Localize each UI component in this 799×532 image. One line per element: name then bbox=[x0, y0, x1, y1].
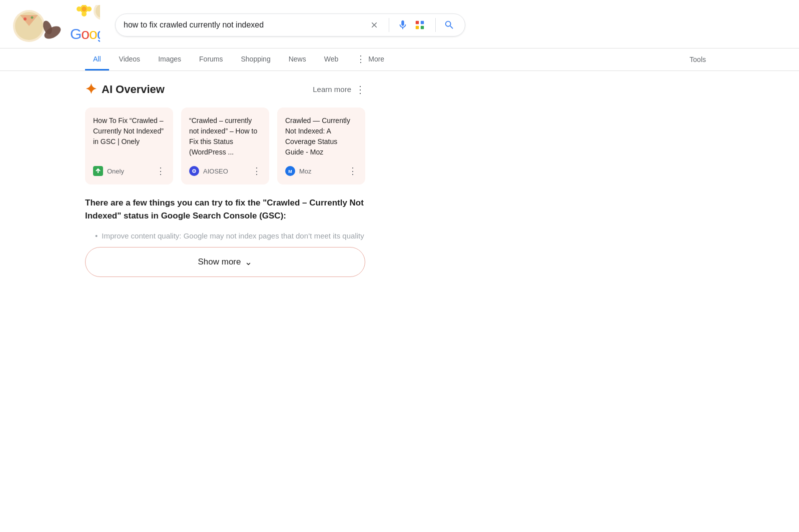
svg-point-12 bbox=[82, 6, 87, 12]
svg-rect-15 bbox=[416, 21, 419, 24]
ai-overview-section: ✦ AI Overview Learn more ⋮ How To Fix “C… bbox=[85, 81, 365, 277]
svg-point-10 bbox=[77, 6, 82, 12]
ai-overview-title: ✦ AI Overview bbox=[85, 81, 165, 98]
close-icon bbox=[370, 20, 379, 30]
tab-images[interactable]: Images bbox=[150, 49, 189, 70]
card-footer-3: M Moz ⋮ bbox=[285, 166, 357, 176]
card-options-icon-3[interactable]: ⋮ bbox=[348, 166, 357, 176]
svg-rect-17 bbox=[416, 26, 419, 29]
svg-rect-18 bbox=[421, 26, 424, 29]
onely-favicon-icon bbox=[94, 167, 102, 175]
source-card-1[interactable]: How To Fix “Crawled – Currently Not Inde… bbox=[85, 108, 173, 184]
card-footer-2: AIOSEO ⋮ bbox=[189, 166, 261, 176]
card-options-icon-1[interactable]: ⋮ bbox=[156, 166, 165, 176]
logo-o1: o bbox=[81, 26, 89, 42]
source-cards: How To Fix “Crawled – Currently Not Inde… bbox=[85, 108, 365, 184]
logo-g2: g bbox=[97, 26, 100, 42]
tab-more[interactable]: ⋮ More bbox=[348, 48, 392, 71]
aioseo-favicon-icon bbox=[190, 167, 198, 175]
moz-favicon-icon: M bbox=[286, 167, 294, 175]
tab-forums[interactable]: Forums bbox=[191, 49, 231, 70]
search-bar-container bbox=[115, 14, 465, 36]
svg-rect-16 bbox=[421, 21, 424, 24]
svg-point-9 bbox=[82, 12, 87, 16]
header: Google bbox=[0, 0, 799, 48]
source-card-2[interactable]: “Crawled – currently not indexed” – How … bbox=[181, 108, 269, 184]
ai-bullet-1: Improve content quality: Google may not … bbox=[95, 230, 365, 242]
aioseo-favicon bbox=[189, 166, 199, 176]
search-icon bbox=[444, 20, 455, 30]
nav-tabs: All Videos Images Forums Shopping News W… bbox=[0, 48, 799, 71]
card-site-1: Onely bbox=[93, 166, 124, 176]
search-input[interactable] bbox=[124, 20, 368, 30]
main-content: ✦ AI Overview Learn more ⋮ How To Fix “C… bbox=[0, 71, 450, 297]
card-site-2: AIOSEO bbox=[189, 166, 228, 176]
search-divider-2 bbox=[435, 18, 436, 32]
lens-search-button[interactable] bbox=[412, 18, 427, 32]
tools-button[interactable]: Tools bbox=[681, 50, 714, 70]
source-card-3[interactable]: Crawled — Currently Not Indexed: A Cover… bbox=[277, 108, 365, 184]
logo-area: Google bbox=[10, 5, 100, 45]
lens-icon bbox=[414, 20, 425, 30]
svg-point-4 bbox=[31, 16, 34, 19]
moz-favicon: M bbox=[285, 166, 295, 176]
voice-search-button[interactable] bbox=[395, 18, 410, 32]
svg-point-11 bbox=[87, 6, 92, 12]
ai-summary-text: There are a few things you can try to fi… bbox=[85, 196, 365, 222]
show-more-button[interactable]: Show more ⌄ bbox=[85, 247, 365, 277]
card-footer-1: Onely ⋮ bbox=[93, 166, 165, 176]
onely-favicon bbox=[93, 166, 103, 176]
tab-videos[interactable]: Videos bbox=[111, 49, 149, 70]
chevron-down-icon: ⌄ bbox=[245, 256, 252, 268]
svg-text:M: M bbox=[288, 169, 292, 174]
card-site-3: M Moz bbox=[285, 166, 312, 176]
card-options-icon-2[interactable]: ⋮ bbox=[252, 166, 261, 176]
logo-g1: G bbox=[70, 26, 81, 42]
tab-shopping[interactable]: Shopping bbox=[233, 49, 279, 70]
ai-overview-header: ✦ AI Overview Learn more ⋮ bbox=[85, 81, 365, 98]
tab-all[interactable]: All bbox=[85, 49, 109, 70]
clear-search-button[interactable] bbox=[368, 18, 381, 32]
more-options-icon[interactable]: ⋮ bbox=[355, 84, 365, 96]
search-bar bbox=[115, 14, 465, 36]
svg-point-3 bbox=[24, 18, 27, 20]
tab-web[interactable]: Web bbox=[316, 49, 347, 70]
google-logo[interactable]: Google bbox=[70, 26, 100, 42]
ai-overview-actions[interactable]: Learn more ⋮ bbox=[313, 84, 365, 96]
tab-news[interactable]: News bbox=[281, 49, 314, 70]
microphone-icon bbox=[397, 20, 408, 30]
svg-point-22 bbox=[194, 170, 195, 172]
search-divider bbox=[389, 18, 389, 32]
more-dots-icon: ⋮ bbox=[356, 54, 365, 64]
ai-spark-icon: ✦ bbox=[85, 81, 97, 98]
logo-o2: o bbox=[89, 26, 97, 42]
search-submit-button[interactable] bbox=[442, 18, 457, 32]
